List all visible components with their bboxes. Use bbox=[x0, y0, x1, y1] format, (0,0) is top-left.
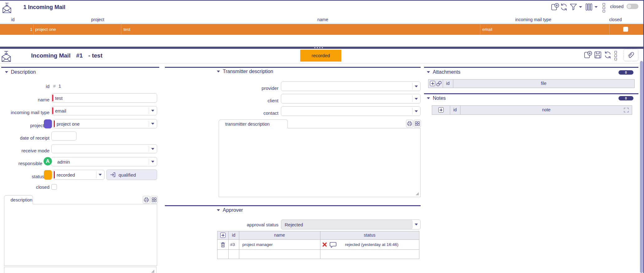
attachments-header-id[interactable]: id bbox=[443, 81, 453, 86]
dropdown-arrow-icon[interactable] bbox=[412, 220, 420, 229]
approver-row[interactable]: #3 project manager rejected (yesterday a… bbox=[217, 239, 419, 250]
approval-status-select[interactable]: Rejected bbox=[281, 220, 421, 229]
translate-button[interactable] bbox=[151, 196, 158, 204]
resize-grip-icon[interactable] bbox=[416, 192, 419, 195]
type-label: incoming mail type bbox=[0, 108, 49, 117]
provider-select[interactable] bbox=[281, 81, 421, 91]
project-select[interactable]: project one bbox=[53, 119, 157, 128]
list-row-selected[interactable]: 1 project one test email bbox=[0, 24, 643, 35]
transmitter-tab[interactable]: transmitter description bbox=[219, 119, 288, 128]
print-button[interactable] bbox=[143, 196, 150, 204]
new-record-button[interactable] bbox=[584, 51, 592, 59]
responsible-select[interactable]: admin bbox=[51, 157, 157, 166]
type-select[interactable]: email bbox=[51, 106, 157, 115]
section-title: Approver bbox=[223, 207, 243, 213]
delete-approver-button[interactable] bbox=[220, 242, 226, 248]
dropdown-arrow-icon[interactable] bbox=[412, 107, 420, 116]
add-note-button[interactable] bbox=[438, 107, 444, 113]
contact-select[interactable] bbox=[281, 106, 421, 116]
columns-button[interactable] bbox=[586, 3, 598, 11]
comment-bubble-icon[interactable] bbox=[329, 242, 337, 248]
approver-header-id[interactable]: id bbox=[228, 233, 239, 238]
dropdown-arrow-icon[interactable] bbox=[149, 106, 157, 115]
column-header-id[interactable]: id bbox=[11, 17, 15, 22]
attachments-header-file[interactable]: file bbox=[453, 81, 634, 86]
client-select[interactable] bbox=[281, 94, 421, 104]
receipt-input[interactable] bbox=[51, 132, 77, 141]
list-title: 1 Incoming Mail bbox=[23, 4, 65, 11]
column-separator bbox=[33, 25, 34, 34]
scrollbar-thumb[interactable] bbox=[640, 61, 643, 273]
refresh-button[interactable] bbox=[560, 3, 568, 11]
approver-header-name[interactable]: name bbox=[239, 233, 320, 238]
approver-header-status[interactable]: status bbox=[320, 233, 419, 238]
incoming-mail-icon bbox=[1, 51, 12, 62]
expand-icon[interactable] bbox=[624, 108, 629, 113]
row-closed-checkbox[interactable] bbox=[623, 27, 628, 32]
resize-grip-icon[interactable] bbox=[151, 270, 154, 273]
row-type: email bbox=[482, 24, 492, 35]
attachment-button[interactable] bbox=[623, 49, 638, 61]
translate-icon bbox=[415, 121, 420, 126]
description-textarea[interactable] bbox=[4, 267, 156, 273]
notes-section-header[interactable]: Notes bbox=[427, 95, 446, 101]
dropdown-arrow-icon[interactable] bbox=[96, 170, 104, 179]
description-section-header[interactable]: Description bbox=[5, 69, 36, 75]
closed-filter-toggle[interactable] bbox=[627, 4, 638, 9]
notes-table-header: id note bbox=[432, 106, 632, 114]
dropdown-arrow-icon[interactable] bbox=[149, 119, 157, 128]
required-marker bbox=[52, 95, 53, 101]
translate-icon bbox=[152, 197, 156, 202]
dropdown-arrow-icon[interactable] bbox=[149, 145, 157, 153]
column-header-project[interactable]: project bbox=[91, 17, 104, 22]
save-button[interactable] bbox=[594, 51, 602, 59]
notes-table: id note bbox=[432, 105, 632, 115]
panel-splitter[interactable] bbox=[0, 47, 644, 49]
section-title: Attachments bbox=[433, 69, 460, 75]
contact-label: contact bbox=[187, 108, 278, 118]
print-button[interactable] bbox=[406, 120, 413, 127]
refresh-button[interactable] bbox=[604, 51, 612, 59]
collapse-arrow-icon bbox=[217, 71, 220, 72]
project-color-swatch bbox=[44, 119, 52, 128]
status-select[interactable]: recorded bbox=[53, 170, 105, 180]
notes-header-id[interactable]: id bbox=[450, 107, 460, 112]
name-value: test bbox=[55, 94, 63, 102]
splitter-grip-icon bbox=[314, 47, 323, 48]
attachments-section-header[interactable]: Attachments bbox=[427, 69, 460, 75]
receive-select[interactable] bbox=[51, 144, 157, 153]
column-header-closed[interactable]: closed bbox=[609, 17, 622, 22]
approver-section-header[interactable]: Approver bbox=[217, 207, 243, 213]
dropdown-arrow-icon[interactable] bbox=[149, 157, 157, 166]
description-tab[interactable]: description bbox=[4, 195, 33, 204]
dropdown-arrow-icon[interactable] bbox=[412, 82, 420, 91]
name-input[interactable]: test bbox=[51, 93, 157, 103]
column-header-type[interactable]: incoming mail type bbox=[515, 17, 551, 22]
avatar-initial: A bbox=[46, 158, 49, 164]
closed-filter-label: closed bbox=[610, 4, 623, 9]
list-menu-button[interactable] bbox=[603, 3, 605, 12]
notes-header-note[interactable]: note bbox=[460, 107, 632, 112]
printer-icon bbox=[144, 197, 149, 202]
add-approver-button[interactable] bbox=[220, 233, 226, 238]
filter-button[interactable] bbox=[570, 3, 582, 11]
add-attachment-button[interactable] bbox=[430, 81, 435, 86]
form-menu-button[interactable] bbox=[614, 51, 617, 60]
responsible-value: admin bbox=[57, 157, 70, 166]
link-icon[interactable] bbox=[436, 81, 442, 87]
form-scrollbar[interactable] bbox=[640, 49, 643, 273]
row-name: test bbox=[124, 24, 130, 35]
qualified-transition-button[interactable]: qualified bbox=[106, 169, 157, 180]
form-title-text: Incoming Mail bbox=[31, 52, 71, 59]
transmitter-textarea[interactable] bbox=[219, 128, 421, 197]
dropdown-arrow-icon[interactable] bbox=[412, 94, 420, 103]
transmitter-section-header[interactable]: Transmitter description bbox=[217, 69, 273, 74]
row-project: project one bbox=[35, 24, 56, 35]
attachments-table: id file bbox=[428, 79, 635, 88]
transition-button-label: qualified bbox=[119, 172, 136, 178]
closed-checkbox[interactable] bbox=[51, 184, 57, 190]
new-record-button[interactable] bbox=[551, 3, 559, 11]
column-header-name[interactable]: name bbox=[317, 17, 328, 22]
id-hash: # bbox=[53, 84, 56, 89]
translate-button[interactable] bbox=[414, 120, 421, 127]
